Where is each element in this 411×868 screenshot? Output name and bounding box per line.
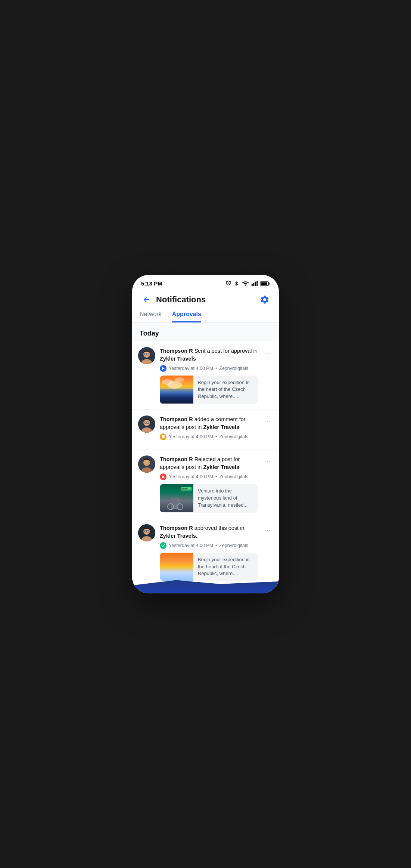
notif-user-4: Thompson R <box>160 525 193 531</box>
notif-body-2: Thompson R added a comment for approval'… <box>160 416 258 444</box>
notif-body-3: Thompson R Rejected a post for approval'… <box>160 455 258 513</box>
notification-item-4[interactable]: Thompson R approved this post in Zykler … <box>132 518 279 587</box>
status-bar: 5:13 PM <box>132 275 279 290</box>
preview-text-1: Begin your expedition in the heart of th… <box>193 376 258 404</box>
back-icon <box>142 296 150 304</box>
notif-user-1: Thompson R <box>160 348 193 354</box>
notification-item-3[interactable]: Thompson R Rejected a post for approval'… <box>132 450 279 518</box>
notif-meta-3: Yesterday at 4:00 PM • Zephyrdigitals <box>160 473 258 480</box>
notification-item-1[interactable]: Thompson R Sent a post for approval in Z… <box>132 341 279 410</box>
content: Today <box>132 323 279 587</box>
notif-action-4: approved this post in <box>193 525 245 531</box>
more-dots-3: ··· <box>264 458 271 466</box>
status-icon-4 <box>160 542 166 549</box>
alarm-icon <box>225 280 232 287</box>
notif-text-2: Thompson R added a comment for approval'… <box>160 416 258 431</box>
signal-icon <box>251 280 258 287</box>
notif-meta-4: Yesterday at 4:00 PM • Zephyrdigitals <box>160 542 258 549</box>
notif-meta-2: Yesterday at 4:00 PM • Zephyrdigitals <box>160 433 258 440</box>
battery-icon <box>260 281 270 287</box>
avatar-1 <box>138 347 155 364</box>
bluetooth-icon <box>234 280 239 287</box>
header: Notifications <box>132 290 279 306</box>
svg-rect-1 <box>253 282 254 286</box>
avatar-2 <box>138 416 155 433</box>
notif-source-2: Zephyrdigitals <box>219 434 248 439</box>
notif-target-2: Zykler Travels <box>203 424 239 430</box>
notif-time-3: Yesterday at 4:00 PM <box>169 474 213 479</box>
notification-item-2[interactable]: Thompson R added a comment for approval'… <box>132 410 279 450</box>
more-dots-1: ··· <box>264 349 271 357</box>
more-button-1[interactable]: ··· <box>262 348 273 358</box>
svg-rect-6 <box>261 282 267 285</box>
status-icon-2 <box>160 433 166 440</box>
more-button-3[interactable]: ··· <box>262 456 273 467</box>
svg-marker-15 <box>162 367 165 370</box>
status-icons <box>225 280 270 287</box>
svg-rect-5 <box>269 282 270 284</box>
avatar-3 <box>138 455 155 473</box>
notif-body-4: Thompson R approved this post in Zykler … <box>160 524 258 581</box>
back-button[interactable] <box>140 293 153 306</box>
notif-dot-3: • <box>215 474 217 479</box>
status-time: 5:13 PM <box>141 280 162 287</box>
more-dots-2: ··· <box>264 418 271 426</box>
preview-text-3: Venture into the mysterious land of Tran… <box>193 484 258 513</box>
preview-image-4 <box>160 553 193 581</box>
notif-target-3: Zykler Travels <box>203 464 239 470</box>
notif-time-1: Yesterday at 4:00 PM <box>169 366 213 371</box>
svg-rect-3 <box>256 281 258 286</box>
preview-card-4[interactable]: Begin your expedition in the heart of th… <box>160 553 258 581</box>
notif-text-4: Thompson R approved this post in Zykler … <box>160 524 258 540</box>
notif-target-4: Zykler Travels. <box>160 533 197 539</box>
phone-frame: 5:13 PM <box>132 275 279 593</box>
tabs: Network Approvals <box>132 306 279 322</box>
page-title: Notifications <box>156 295 258 305</box>
svg-rect-2 <box>255 281 256 286</box>
notif-user-2: Thompson R <box>160 416 193 422</box>
preview-text-4: Begin your expedition in the heart of th… <box>193 553 258 581</box>
notif-text-1: Thompson R Sent a post for approval in Z… <box>160 347 258 363</box>
more-dots-4: ··· <box>264 526 271 534</box>
notif-source-1: Zephyrdigitals <box>219 366 248 371</box>
status-icon-3 <box>160 473 166 480</box>
notif-target-1: Zykler Travels <box>160 356 196 362</box>
preview-card-3[interactable]: FOLLOW THAT DREAM Venture into the myste… <box>160 484 258 513</box>
gear-icon <box>260 295 270 305</box>
notif-meta-1: Yesterday at 4:00 PM • Zephyrdigitals <box>160 365 258 372</box>
more-button-4[interactable]: ··· <box>262 525 273 535</box>
notif-dot-4: • <box>215 543 217 548</box>
settings-button[interactable] <box>258 293 271 306</box>
notif-source-3: Zephyrdigitals <box>219 474 248 479</box>
preview-image-3: FOLLOW THAT DREAM <box>160 484 193 512</box>
notif-text-3: Thompson R Rejected a post for approval'… <box>160 455 258 471</box>
svg-rect-0 <box>252 284 253 286</box>
notif-body-1: Thompson R Sent a post for approval in Z… <box>160 347 258 404</box>
wifi-icon <box>242 280 249 287</box>
status-icon-1 <box>160 365 166 372</box>
preview-card-1[interactable]: Begin your expedition in the heart of th… <box>160 376 258 404</box>
avatar-4 <box>138 524 155 541</box>
notif-dot-1: • <box>215 366 217 371</box>
notif-action-1: Sent a post for approval in <box>193 348 258 354</box>
notif-source-4: Zephyrdigitals <box>219 543 248 548</box>
tab-network[interactable]: Network <box>140 311 162 322</box>
notif-user-3: Thompson R <box>160 456 193 462</box>
notif-time-2: Yesterday at 4:00 PM <box>169 434 213 439</box>
notif-time-4: Yesterday at 4:00 PM <box>169 543 213 548</box>
more-button-2[interactable]: ··· <box>262 416 273 427</box>
section-today: Today <box>132 323 279 341</box>
notif-dot-2: • <box>215 434 217 439</box>
tab-approvals[interactable]: Approvals <box>172 311 201 322</box>
preview-image-1 <box>160 376 193 404</box>
